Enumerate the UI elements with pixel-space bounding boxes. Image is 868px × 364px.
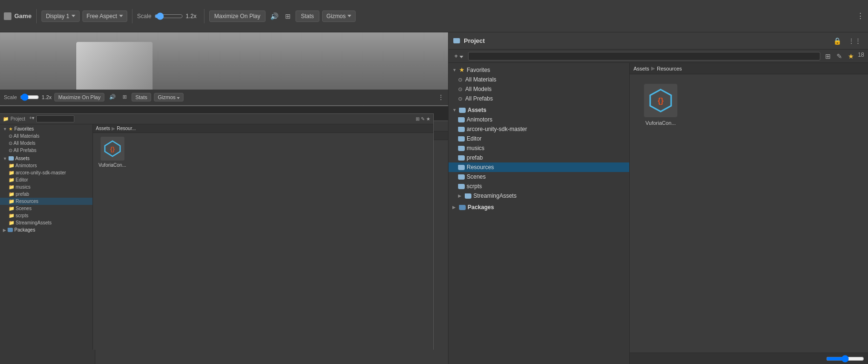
mid-all-prefabs[interactable]: ⊙ All Prefabs (0, 147, 92, 154)
scale-value: 1.2x (186, 13, 199, 20)
mid-favorites-label: Favorites (14, 126, 34, 131)
assets-header[interactable]: ▼ Assets (449, 105, 629, 115)
favorites-header[interactable]: ▼ ★ Favorites (449, 65, 629, 75)
animotors-item[interactable]: Animotors (449, 115, 629, 124)
mid-editor[interactable]: 📁 Editor (0, 176, 92, 183)
middle-search-input[interactable] (36, 115, 74, 122)
game-controller-icon (4, 12, 11, 20)
toolbar-separator-1 (36, 9, 37, 23)
prefab-label: prefab (467, 154, 483, 161)
lock-icon[interactable]: 🔒 (831, 36, 843, 46)
arcore-label: arcore-unity-sdk-master (467, 126, 527, 132)
mid-arcore[interactable]: 📁 arcore-unity-sdk-master (0, 169, 92, 176)
middle-project-label: Project (10, 116, 25, 121)
all-prefabs-item[interactable]: ⊙ All Prefabs (449, 94, 629, 103)
inner-stats-label: Stats (135, 94, 147, 100)
mid-prefab[interactable]: 📁 prefab (0, 191, 92, 198)
editor-folder-icon (458, 136, 465, 142)
more-options-icon[interactable]: ⋮ (857, 11, 864, 20)
middle-icon-1[interactable]: ⊞ (416, 116, 419, 121)
inner-grid-icon[interactable]: ⊞ (121, 93, 129, 101)
middle-icon-3[interactable]: ★ (426, 116, 430, 121)
prefab-folder-icon (458, 155, 465, 161)
search-input[interactable] (468, 52, 820, 61)
favorites-label: Favorites (467, 67, 490, 73)
all-models-search-icon: ⊙ (458, 86, 462, 92)
inner-more-icon[interactable]: ⋮ (438, 93, 444, 101)
prefab-item[interactable]: prefab (449, 153, 629, 162)
scrpts-item[interactable]: scrpts (449, 182, 629, 191)
streaming-assets-item[interactable]: ▶ StreamingAssets (449, 191, 629, 201)
add-button[interactable]: + (452, 51, 465, 61)
vuforia-svg-icon: {} (647, 87, 674, 114)
resources-item[interactable]: Resources (449, 162, 629, 172)
display-dropdown[interactable]: Display 1 (41, 10, 79, 22)
mid-pkg-expand: ▶ (3, 228, 6, 233)
project-more-icon[interactable]: ⋮⋮ (846, 36, 863, 46)
scenes-folder-icon (458, 174, 465, 180)
grid-icon[interactable]: ⊞ (283, 11, 293, 21)
favorites-expand-icon: ▼ (452, 68, 457, 72)
mid-all-models[interactable]: ⊙ All Models (0, 140, 92, 147)
mid-resources[interactable]: 📁 Resources (0, 198, 92, 205)
vuforia-label: VuforiaCon... (645, 120, 676, 126)
middle-add-icon[interactable]: +▾ (29, 115, 34, 122)
mid-fav-header: ▼ ★ Favorites (0, 125, 92, 132)
inner-maximize-label: Maximize On Play (58, 94, 101, 100)
middle-icon-2[interactable]: ✎ (421, 116, 425, 121)
gizmos-dropdown[interactable]: Gizmos (322, 10, 356, 22)
scenes-item[interactable]: Scenes (449, 172, 629, 182)
maximize-label: Maximize On Play (214, 13, 261, 20)
inner-maximize-button[interactable]: Maximize On Play (54, 93, 104, 101)
mid-scrpts[interactable]: 📁 scrpts (0, 212, 92, 219)
scale-slider[interactable] (154, 12, 183, 20)
gizmos-chevron-icon (347, 15, 351, 17)
inner-audio-icon[interactable]: 🔊 (107, 93, 118, 101)
all-prefabs-search-icon: ⊙ (458, 96, 462, 102)
asset-panel: Assets ▶ Resources {} VuforiaCon... (630, 63, 868, 364)
all-models-label: All Models (465, 86, 491, 92)
arcore-item[interactable]: arcore-unity-sdk-master (449, 124, 629, 134)
scene-object (76, 42, 153, 94)
all-models-item[interactable]: ⊙ All Models (449, 84, 629, 94)
toolbar-separator-2 (132, 9, 133, 23)
packages-header[interactable]: ▶ Packages (449, 202, 629, 212)
aspect-dropdown[interactable]: Free Aspect (82, 10, 127, 22)
mid-animotors[interactable]: 📁 Animotors (0, 162, 92, 169)
zoom-slider[interactable] (826, 355, 864, 363)
maximize-on-play-button[interactable]: Maximize On Play (209, 10, 266, 22)
breadcrumb-resources: Resources (657, 66, 682, 71)
display-chevron-icon (71, 15, 75, 17)
stats-button[interactable]: Stats (296, 10, 319, 22)
middle-asset-area: Assets ▶ Resour... {} (93, 124, 433, 350)
mid-musics[interactable]: 📁 musics (0, 183, 92, 191)
inner-gizmos-button[interactable]: Gizmos (154, 93, 184, 101)
mid-all-materials[interactable]: ⊙ All Materials (0, 132, 92, 140)
inner-toolbar: Scale 1.2x Maximize On Play 🔊 ⊞ Stats Gi… (0, 90, 448, 105)
star-filter-icon[interactable]: ★ (846, 51, 856, 61)
breadcrumb-assets: Assets (633, 66, 649, 71)
inner-stats-button[interactable]: Stats (132, 93, 151, 101)
vuforia-asset-item[interactable]: {} VuforiaCon... (639, 84, 682, 126)
scrpts-folder-icon (458, 184, 465, 189)
aspect-label: Free Aspect (87, 13, 117, 20)
musics-item[interactable]: musics (449, 143, 629, 153)
packages-folder-icon (459, 205, 466, 210)
audio-icon[interactable]: 🔊 (268, 11, 280, 21)
editor-label: Editor (467, 135, 481, 142)
breadcrumb-bar: Assets ▶ Resources (630, 63, 868, 74)
pencil-icon[interactable]: ✎ (835, 51, 844, 61)
assets-label: Assets (468, 107, 486, 113)
resources-label: Resources (467, 164, 494, 171)
inner-scale-slider[interactable] (20, 93, 39, 101)
mid-vuforia-item[interactable]: {} VuforiaCon... (97, 137, 128, 168)
all-materials-item[interactable]: ⊙ All Materials (449, 75, 629, 84)
gizmos-label: Gizmos (327, 13, 346, 20)
grid-view-icon[interactable]: ⊞ (823, 51, 833, 61)
editor-item[interactable]: Editor (449, 134, 629, 143)
mid-scenes[interactable]: 📁 Scenes (0, 205, 92, 212)
inner-scale-label: Scale (4, 94, 17, 100)
mid-streaming[interactable]: 📁 StreamingAssets (0, 219, 92, 226)
packages-expand-icon: ▶ (452, 205, 457, 210)
project-controls: 🔒 ⋮⋮ (831, 36, 863, 46)
